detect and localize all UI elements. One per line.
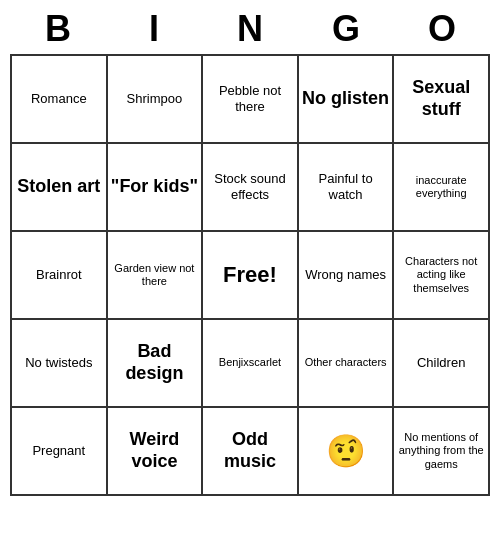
- bingo-cell: Stolen art: [12, 144, 108, 232]
- letter-o: O: [398, 8, 486, 50]
- bingo-cell: Sexual stuff: [394, 56, 490, 144]
- bingo-cell: Free!: [203, 232, 299, 320]
- bingo-cell: Odd music: [203, 408, 299, 496]
- bingo-cell: Weird voice: [108, 408, 204, 496]
- bingo-cell: Brainrot: [12, 232, 108, 320]
- bingo-cell: Characters not acting like themselves: [394, 232, 490, 320]
- bingo-cell: "For kids": [108, 144, 204, 232]
- letter-g: G: [302, 8, 390, 50]
- bingo-cell: Shrimpoo: [108, 56, 204, 144]
- letter-n: N: [206, 8, 294, 50]
- bingo-cell: Romance: [12, 56, 108, 144]
- bingo-cell: No mentions of anything from the gaems: [394, 408, 490, 496]
- bingo-cell: Bad design: [108, 320, 204, 408]
- bingo-cell: Garden view not there: [108, 232, 204, 320]
- bingo-cell: Painful to watch: [299, 144, 395, 232]
- bingo-cell: Pregnant: [12, 408, 108, 496]
- bingo-cell: Pebble not there: [203, 56, 299, 144]
- bingo-cell: Children: [394, 320, 490, 408]
- bingo-cell: Benjixscarlet: [203, 320, 299, 408]
- bingo-cell: Other characters: [299, 320, 395, 408]
- bingo-cell: Stock sound effects: [203, 144, 299, 232]
- bingo-cell: Wrong names: [299, 232, 395, 320]
- bingo-cell: No glisten: [299, 56, 395, 144]
- bingo-cell: 🤨: [299, 408, 395, 496]
- letter-i: I: [110, 8, 198, 50]
- bingo-cell: inaccurate everything: [394, 144, 490, 232]
- bingo-cell: No twisteds: [12, 320, 108, 408]
- bingo-header: B I N G O: [10, 0, 490, 54]
- bingo-grid: RomanceShrimpooPebble not thereNo gliste…: [10, 54, 490, 496]
- letter-b: B: [14, 8, 102, 50]
